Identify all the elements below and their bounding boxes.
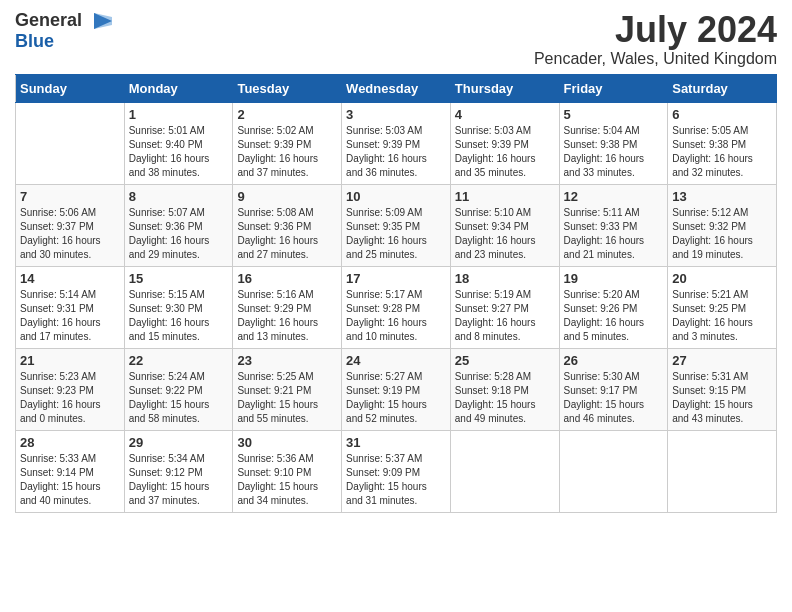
day-cell-21: 21Sunrise: 5:23 AM Sunset: 9:23 PM Dayli… bbox=[16, 348, 125, 430]
calendar-table: SundayMondayTuesdayWednesdayThursdayFrid… bbox=[15, 74, 777, 513]
day-cell-18: 18Sunrise: 5:19 AM Sunset: 9:27 PM Dayli… bbox=[450, 266, 559, 348]
header-tuesday: Tuesday bbox=[233, 74, 342, 102]
calendar-header-row: SundayMondayTuesdayWednesdayThursdayFrid… bbox=[16, 74, 777, 102]
day-info: Sunrise: 5:28 AM Sunset: 9:18 PM Dayligh… bbox=[455, 370, 555, 426]
day-info: Sunrise: 5:36 AM Sunset: 9:10 PM Dayligh… bbox=[237, 452, 337, 508]
day-info: Sunrise: 5:20 AM Sunset: 9:26 PM Dayligh… bbox=[564, 288, 664, 344]
day-cell-30: 30Sunrise: 5:36 AM Sunset: 9:10 PM Dayli… bbox=[233, 430, 342, 512]
day-cell-5: 5Sunrise: 5:04 AM Sunset: 9:38 PM Daylig… bbox=[559, 102, 668, 184]
day-number: 16 bbox=[237, 271, 337, 286]
day-info: Sunrise: 5:08 AM Sunset: 9:36 PM Dayligh… bbox=[237, 206, 337, 262]
day-number: 29 bbox=[129, 435, 229, 450]
day-info: Sunrise: 5:33 AM Sunset: 9:14 PM Dayligh… bbox=[20, 452, 120, 508]
day-info: Sunrise: 5:03 AM Sunset: 9:39 PM Dayligh… bbox=[455, 124, 555, 180]
day-info: Sunrise: 5:27 AM Sunset: 9:19 PM Dayligh… bbox=[346, 370, 446, 426]
week-row-3: 14Sunrise: 5:14 AM Sunset: 9:31 PM Dayli… bbox=[16, 266, 777, 348]
header: General Blue July 2024 Pencader, Wales, … bbox=[15, 10, 777, 68]
day-number: 24 bbox=[346, 353, 446, 368]
day-number: 30 bbox=[237, 435, 337, 450]
day-info: Sunrise: 5:01 AM Sunset: 9:40 PM Dayligh… bbox=[129, 124, 229, 180]
day-info: Sunrise: 5:10 AM Sunset: 9:34 PM Dayligh… bbox=[455, 206, 555, 262]
day-cell-14: 14Sunrise: 5:14 AM Sunset: 9:31 PM Dayli… bbox=[16, 266, 125, 348]
day-info: Sunrise: 5:15 AM Sunset: 9:30 PM Dayligh… bbox=[129, 288, 229, 344]
day-info: Sunrise: 5:04 AM Sunset: 9:38 PM Dayligh… bbox=[564, 124, 664, 180]
day-number: 27 bbox=[672, 353, 772, 368]
empty-cell bbox=[16, 102, 125, 184]
day-info: Sunrise: 5:19 AM Sunset: 9:27 PM Dayligh… bbox=[455, 288, 555, 344]
day-number: 6 bbox=[672, 107, 772, 122]
day-cell-7: 7Sunrise: 5:06 AM Sunset: 9:37 PM Daylig… bbox=[16, 184, 125, 266]
day-cell-4: 4Sunrise: 5:03 AM Sunset: 9:39 PM Daylig… bbox=[450, 102, 559, 184]
day-number: 19 bbox=[564, 271, 664, 286]
day-number: 28 bbox=[20, 435, 120, 450]
day-cell-27: 27Sunrise: 5:31 AM Sunset: 9:15 PM Dayli… bbox=[668, 348, 777, 430]
empty-cell bbox=[668, 430, 777, 512]
day-cell-22: 22Sunrise: 5:24 AM Sunset: 9:22 PM Dayli… bbox=[124, 348, 233, 430]
day-number: 9 bbox=[237, 189, 337, 204]
header-sunday: Sunday bbox=[16, 74, 125, 102]
day-number: 31 bbox=[346, 435, 446, 450]
day-info: Sunrise: 5:17 AM Sunset: 9:28 PM Dayligh… bbox=[346, 288, 446, 344]
day-number: 23 bbox=[237, 353, 337, 368]
day-number: 22 bbox=[129, 353, 229, 368]
day-number: 10 bbox=[346, 189, 446, 204]
day-cell-3: 3Sunrise: 5:03 AM Sunset: 9:39 PM Daylig… bbox=[342, 102, 451, 184]
day-number: 26 bbox=[564, 353, 664, 368]
day-number: 20 bbox=[672, 271, 772, 286]
week-row-2: 7Sunrise: 5:06 AM Sunset: 9:37 PM Daylig… bbox=[16, 184, 777, 266]
day-number: 11 bbox=[455, 189, 555, 204]
week-row-4: 21Sunrise: 5:23 AM Sunset: 9:23 PM Dayli… bbox=[16, 348, 777, 430]
empty-cell bbox=[450, 430, 559, 512]
day-info: Sunrise: 5:37 AM Sunset: 9:09 PM Dayligh… bbox=[346, 452, 446, 508]
day-cell-17: 17Sunrise: 5:17 AM Sunset: 9:28 PM Dayli… bbox=[342, 266, 451, 348]
day-cell-6: 6Sunrise: 5:05 AM Sunset: 9:38 PM Daylig… bbox=[668, 102, 777, 184]
day-number: 13 bbox=[672, 189, 772, 204]
day-number: 21 bbox=[20, 353, 120, 368]
day-cell-25: 25Sunrise: 5:28 AM Sunset: 9:18 PM Dayli… bbox=[450, 348, 559, 430]
day-cell-2: 2Sunrise: 5:02 AM Sunset: 9:39 PM Daylig… bbox=[233, 102, 342, 184]
day-cell-20: 20Sunrise: 5:21 AM Sunset: 9:25 PM Dayli… bbox=[668, 266, 777, 348]
day-cell-12: 12Sunrise: 5:11 AM Sunset: 9:33 PM Dayli… bbox=[559, 184, 668, 266]
day-number: 14 bbox=[20, 271, 120, 286]
day-number: 12 bbox=[564, 189, 664, 204]
day-cell-26: 26Sunrise: 5:30 AM Sunset: 9:17 PM Dayli… bbox=[559, 348, 668, 430]
day-number: 8 bbox=[129, 189, 229, 204]
day-cell-9: 9Sunrise: 5:08 AM Sunset: 9:36 PM Daylig… bbox=[233, 184, 342, 266]
day-info: Sunrise: 5:34 AM Sunset: 9:12 PM Dayligh… bbox=[129, 452, 229, 508]
week-row-1: 1Sunrise: 5:01 AM Sunset: 9:40 PM Daylig… bbox=[16, 102, 777, 184]
day-number: 3 bbox=[346, 107, 446, 122]
day-info: Sunrise: 5:03 AM Sunset: 9:39 PM Dayligh… bbox=[346, 124, 446, 180]
day-info: Sunrise: 5:07 AM Sunset: 9:36 PM Dayligh… bbox=[129, 206, 229, 262]
day-info: Sunrise: 5:12 AM Sunset: 9:32 PM Dayligh… bbox=[672, 206, 772, 262]
day-number: 17 bbox=[346, 271, 446, 286]
day-cell-19: 19Sunrise: 5:20 AM Sunset: 9:26 PM Dayli… bbox=[559, 266, 668, 348]
logo-blue-text: Blue bbox=[15, 31, 54, 51]
logo-general-text: General bbox=[15, 10, 82, 31]
month-title: July 2024 bbox=[534, 10, 777, 50]
day-cell-10: 10Sunrise: 5:09 AM Sunset: 9:35 PM Dayli… bbox=[342, 184, 451, 266]
header-saturday: Saturday bbox=[668, 74, 777, 102]
day-number: 15 bbox=[129, 271, 229, 286]
logo: General Blue bbox=[15, 10, 114, 52]
day-cell-11: 11Sunrise: 5:10 AM Sunset: 9:34 PM Dayli… bbox=[450, 184, 559, 266]
day-cell-13: 13Sunrise: 5:12 AM Sunset: 9:32 PM Dayli… bbox=[668, 184, 777, 266]
day-number: 18 bbox=[455, 271, 555, 286]
day-info: Sunrise: 5:23 AM Sunset: 9:23 PM Dayligh… bbox=[20, 370, 120, 426]
day-cell-28: 28Sunrise: 5:33 AM Sunset: 9:14 PM Dayli… bbox=[16, 430, 125, 512]
svg-marker-1 bbox=[94, 13, 112, 29]
day-cell-31: 31Sunrise: 5:37 AM Sunset: 9:09 PM Dayli… bbox=[342, 430, 451, 512]
header-thursday: Thursday bbox=[450, 74, 559, 102]
day-cell-29: 29Sunrise: 5:34 AM Sunset: 9:12 PM Dayli… bbox=[124, 430, 233, 512]
day-info: Sunrise: 5:14 AM Sunset: 9:31 PM Dayligh… bbox=[20, 288, 120, 344]
header-friday: Friday bbox=[559, 74, 668, 102]
day-number: 25 bbox=[455, 353, 555, 368]
day-info: Sunrise: 5:31 AM Sunset: 9:15 PM Dayligh… bbox=[672, 370, 772, 426]
day-info: Sunrise: 5:16 AM Sunset: 9:29 PM Dayligh… bbox=[237, 288, 337, 344]
header-wednesday: Wednesday bbox=[342, 74, 451, 102]
day-info: Sunrise: 5:11 AM Sunset: 9:33 PM Dayligh… bbox=[564, 206, 664, 262]
week-row-5: 28Sunrise: 5:33 AM Sunset: 9:14 PM Dayli… bbox=[16, 430, 777, 512]
day-number: 2 bbox=[237, 107, 337, 122]
day-info: Sunrise: 5:09 AM Sunset: 9:35 PM Dayligh… bbox=[346, 206, 446, 262]
day-info: Sunrise: 5:05 AM Sunset: 9:38 PM Dayligh… bbox=[672, 124, 772, 180]
header-monday: Monday bbox=[124, 74, 233, 102]
